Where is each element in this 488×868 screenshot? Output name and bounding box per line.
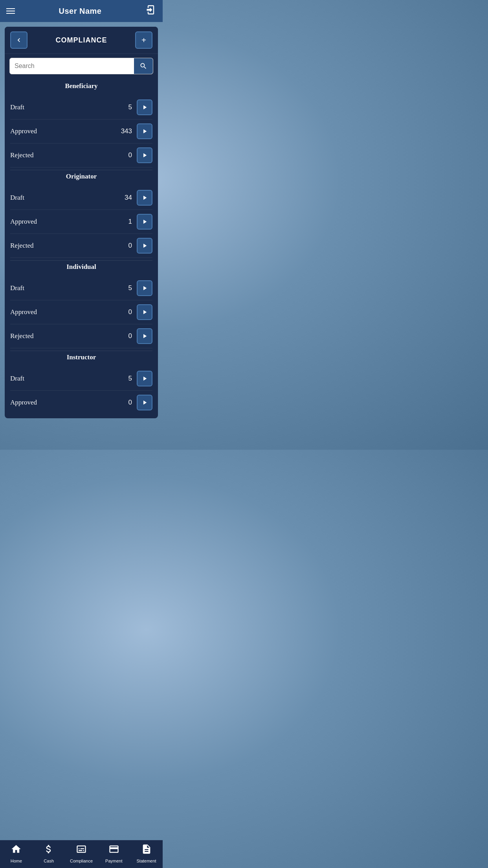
arrow-btn-individual-draft[interactable] — [137, 280, 152, 296]
main-content: COMPLIANCE + BeneficiaryDraft5Approved34… — [0, 22, 163, 450]
arrow-btn-beneficiary-approved[interactable] — [137, 123, 152, 139]
row-label-individual-rejected: Rejected — [10, 332, 33, 340]
top-header: User Name — [0, 0, 163, 22]
list-row-instructor-draft: Draft5 — [10, 367, 152, 391]
search-bar — [9, 58, 153, 74]
list-row-originator-draft: Draft34 — [10, 186, 152, 210]
search-bar-container — [5, 54, 158, 78]
row-count-instructor-draft: 5 — [120, 375, 132, 383]
section-title-individual: Individual — [10, 263, 152, 271]
row-count-beneficiary-approved: 343 — [120, 127, 132, 135]
compliance-title: COMPLIANCE — [56, 36, 107, 44]
row-label-beneficiary-approved: Approved — [10, 127, 37, 135]
arrow-btn-beneficiary-draft[interactable] — [137, 99, 152, 115]
list-row-individual-approved: Approved0 — [10, 300, 152, 324]
compliance-header: COMPLIANCE + — [5, 27, 158, 54]
row-count-beneficiary-draft: 5 — [120, 103, 132, 111]
section-title-instructor: Instructor — [10, 353, 152, 361]
list-row-beneficiary-rejected: Rejected0 — [10, 143, 152, 167]
row-label-originator-rejected: Rejected — [10, 242, 33, 250]
row-label-beneficiary-draft: Draft — [10, 103, 24, 111]
back-button[interactable] — [10, 31, 28, 49]
row-label-beneficiary-rejected: Rejected — [10, 151, 33, 159]
row-count-individual-approved: 0 — [120, 308, 132, 316]
arrow-btn-originator-rejected[interactable] — [137, 238, 152, 254]
row-count-instructor-approved: 0 — [120, 399, 132, 406]
row-count-originator-rejected: 0 — [120, 242, 132, 250]
arrow-btn-beneficiary-rejected[interactable] — [137, 147, 152, 163]
row-label-instructor-approved: Approved — [10, 399, 37, 406]
list-row-beneficiary-draft: Draft5 — [10, 96, 152, 120]
list-row-beneficiary-approved: Approved343 — [10, 120, 152, 143]
menu-button[interactable] — [6, 8, 15, 14]
row-count-originator-approved: 1 — [120, 218, 132, 226]
arrow-btn-originator-draft[interactable] — [137, 190, 152, 206]
list-row-instructor-approved: Approved0 — [10, 391, 152, 414]
arrow-btn-instructor-draft[interactable] — [137, 371, 152, 386]
add-button[interactable]: + — [135, 31, 152, 49]
arrow-btn-individual-rejected[interactable] — [137, 328, 152, 344]
section-title-beneficiary: Beneficiary — [10, 82, 152, 90]
arrow-btn-individual-approved[interactable] — [137, 304, 152, 320]
row-count-originator-draft: 34 — [120, 194, 132, 202]
row-label-originator-draft: Draft — [10, 194, 24, 202]
list-row-originator-rejected: Rejected0 — [10, 234, 152, 258]
arrow-btn-instructor-approved[interactable] — [137, 395, 152, 410]
list-row-individual-draft: Draft5 — [10, 276, 152, 300]
row-label-individual-draft: Draft — [10, 284, 24, 292]
row-count-individual-draft: 5 — [120, 284, 132, 292]
row-label-originator-approved: Approved — [10, 218, 37, 226]
list-row-originator-approved: Approved1 — [10, 210, 152, 234]
row-label-instructor-draft: Draft — [10, 375, 24, 383]
list-row-individual-rejected: Rejected0 — [10, 324, 152, 348]
row-count-individual-rejected: 0 — [120, 332, 132, 340]
search-button[interactable] — [134, 58, 153, 74]
compliance-card: COMPLIANCE + BeneficiaryDraft5Approved34… — [5, 27, 158, 418]
arrow-btn-originator-approved[interactable] — [137, 214, 152, 230]
sections-list: BeneficiaryDraft5Approved343Rejected0Ori… — [5, 78, 158, 418]
header-title: User Name — [59, 7, 101, 16]
logout-button[interactable] — [145, 4, 156, 18]
section-title-originator: Originator — [10, 173, 152, 180]
row-count-beneficiary-rejected: 0 — [120, 151, 132, 159]
row-label-individual-approved: Approved — [10, 308, 37, 316]
search-input[interactable] — [10, 59, 134, 74]
